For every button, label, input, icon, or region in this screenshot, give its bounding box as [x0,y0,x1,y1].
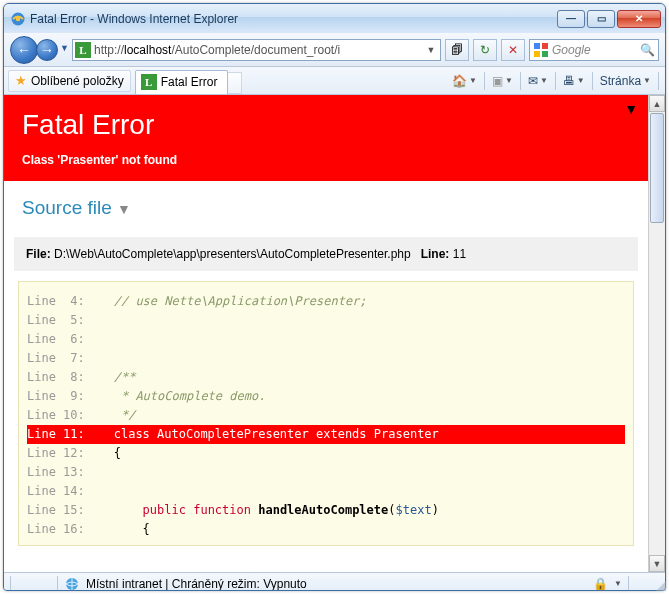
stop-icon: ✕ [508,43,518,57]
window-titlebar: Fatal Error - Windows Internet Explorer … [4,4,665,33]
favorites-bar: ★ Oblíbené položky L Fatal Error 🏠▼ ▣▼ ✉… [4,67,665,95]
browser-tab[interactable]: L Fatal Error [135,70,229,94]
nav-history-dropdown[interactable]: ▼ [60,43,70,57]
source-code-block: Line 4: // use Nette\Application\Present… [18,281,634,546]
highlighted-error-line: Line 11: class AutoCompletePresenter ext… [27,425,625,444]
arrow-right-icon: → [40,42,54,58]
navigation-bar: ← → ▼ L http://localhost/AutoComplete/do… [4,33,665,67]
print-icon: 🖶 [563,74,575,88]
error-toggle-icon[interactable]: ▼ [624,101,638,117]
google-icon [533,42,549,58]
stop-button[interactable]: ✕ [501,39,525,61]
svg-rect-4 [534,51,540,57]
page-broken-icon: 🗐 [451,43,463,57]
svg-point-1 [16,16,21,21]
home-button[interactable]: 🏠▼ [448,70,481,92]
search-placeholder: Google [552,43,640,57]
search-icon[interactable]: 🔍 [640,43,655,57]
scroll-up-button[interactable]: ▲ [649,95,665,112]
window-title: Fatal Error - Windows Internet Explorer [30,12,557,26]
page-menu-label: Stránka [600,74,641,88]
forward-button[interactable]: → [36,39,58,61]
back-button[interactable]: ← [10,36,38,64]
minimize-button[interactable]: — [557,10,585,28]
error-message: Class 'Prasenter' not found [22,153,630,167]
ie-icon [10,11,26,27]
error-line-number: 11 [453,247,466,261]
source-section-title: Source file ▼ [22,197,630,219]
print-button[interactable]: 🖶▼ [559,70,589,92]
internet-zone-icon [64,576,80,592]
compat-view-button[interactable]: 🗐 [445,39,469,61]
svg-rect-3 [542,43,548,49]
status-zone-text: Místní intranet | Chráněný režim: Vypnut… [86,577,307,591]
close-button[interactable]: ✕ [617,10,661,28]
address-bar[interactable]: L http://localhost/AutoComplete/document… [72,39,441,61]
feeds-button[interactable]: ▣▼ [488,70,517,92]
scroll-down-button[interactable]: ▼ [649,555,665,572]
page-content: ▼ Fatal Error Class 'Prasenter' not foun… [4,95,648,572]
svg-rect-2 [534,43,540,49]
refresh-icon: ↻ [480,43,490,57]
new-tab-button[interactable] [228,72,242,94]
page-menu-button[interactable]: Stránka▼ [596,70,655,92]
arrow-left-icon: ← [17,42,31,58]
star-icon: ★ [15,73,27,88]
mail-icon: ✉ [528,74,538,88]
scroll-thumb[interactable] [650,113,664,223]
site-favicon: L [75,42,91,58]
error-header: ▼ Fatal Error Class 'Prasenter' not foun… [4,95,648,181]
security-dropdown[interactable]: ▼ [614,579,622,588]
status-bar: Místní intranet | Chráněný režim: Vypnut… [4,572,665,591]
url-text: http://localhost/AutoComplete/document_r… [94,43,424,57]
tab-favicon: L [141,74,157,90]
file-info-panel: File: D:\Web\AutoComplete\app\presenters… [14,237,638,271]
svg-rect-5 [542,51,548,57]
search-box[interactable]: Google 🔍 [529,39,659,61]
favorites-label: Oblíbené položky [31,74,124,88]
rss-icon: ▣ [492,74,503,88]
favorites-button[interactable]: ★ Oblíbené položky [8,70,131,92]
error-title: Fatal Error [22,109,630,141]
security-lock-icon[interactable]: 🔒 [593,577,608,591]
section-toggle-icon[interactable]: ▼ [117,201,131,217]
file-path: D:\Web\AutoComplete\app\presenters\AutoC… [54,247,411,261]
maximize-button[interactable]: ▭ [587,10,615,28]
tab-title: Fatal Error [161,75,218,89]
vertical-scrollbar[interactable]: ▲ ▼ [648,95,665,572]
address-dropdown[interactable]: ▼ [424,45,438,55]
refresh-button[interactable]: ↻ [473,39,497,61]
window-resize-grip[interactable] [653,578,667,592]
mail-button[interactable]: ✉▼ [524,70,552,92]
home-icon: 🏠 [452,74,467,88]
